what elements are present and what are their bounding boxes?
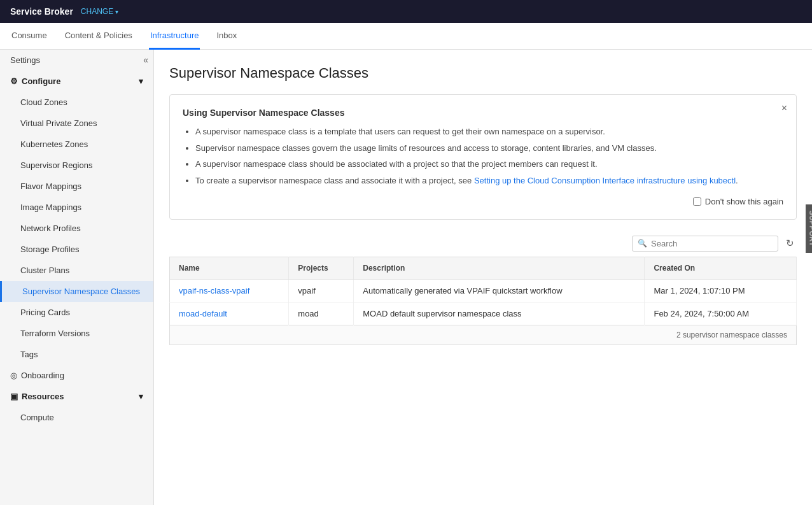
info-box-close-button[interactable]: × (781, 103, 787, 114)
sidebar-item-label: Cloud Zones (20, 97, 67, 107)
tab-inbox[interactable]: Inbox (215, 23, 238, 50)
dont-show-checkbox[interactable] (693, 197, 701, 206)
sidebar-item-onboarding[interactable]: ◎ Onboarding (0, 365, 153, 386)
sidebar-item-label: Resources (22, 392, 64, 401)
page-title: Supervisor Namespace Classes (169, 65, 797, 82)
tab-infrastructure[interactable]: Infrastructure (149, 23, 200, 50)
refresh-button[interactable]: ↻ (783, 235, 797, 252)
sidebar-item-label: Configure (22, 76, 60, 86)
sidebar-item-label: Tags (20, 350, 38, 359)
info-box-link[interactable]: Setting up the Cloud Consumption Interfa… (474, 176, 736, 185)
col-header-created-on: Created On (645, 257, 797, 280)
app-layout: « Settings ⚙ Configure ▾ Cloud Zones Vir… (0, 50, 812, 505)
info-box-bullet-3: A supervisor namespace class should be a… (195, 158, 783, 171)
change-chevron-icon: ▾ (115, 8, 118, 15)
name-link[interactable]: vpaif-ns-class-vpaif (179, 286, 249, 295)
info-box-bullet-1: A supervisor namespace class is a templa… (195, 125, 783, 138)
onboarding-icon: ◎ (10, 371, 17, 380)
cell-created-on: Feb 24, 2024, 7:50:00 AM (645, 302, 797, 325)
table-header: Name Projects Description Created On (170, 257, 797, 280)
sidebar-item-resources[interactable]: ▣ Resources ▾ (0, 386, 153, 407)
sidebar-item-label: Compute (20, 413, 54, 422)
sidebar-item-cluster-plans[interactable]: Cluster Plans (0, 260, 153, 281)
sidebar-item-configure[interactable]: ⚙ Configure ▾ (0, 71, 153, 92)
name-link[interactable]: moad-default (179, 309, 227, 318)
data-table: Name Projects Description Created On vpa… (169, 257, 797, 325)
sidebar-item-label: Supervisor Regions (20, 160, 92, 170)
col-header-projects: Projects (289, 257, 354, 280)
sidebar-item-pricing-cards[interactable]: Pricing Cards (0, 302, 153, 323)
sidebar-item-supervisor-namespace-classes[interactable]: Supervisor Namespace Classes (0, 281, 153, 302)
cell-projects: moad (289, 302, 354, 325)
cell-description: MOAD default supervisor namespace class (354, 302, 645, 325)
cell-created-on: Mar 1, 2024, 1:07:10 PM (645, 280, 797, 302)
info-box-title: Using Supervisor Namespace Classes (183, 108, 783, 118)
sidebar-item-network-profiles[interactable]: Network Profiles (0, 218, 153, 239)
configure-icon: ⚙ (10, 76, 18, 86)
cell-name: vpaif-ns-class-vpaif (170, 280, 289, 302)
info-box-list: A supervisor namespace class is a templa… (183, 125, 783, 187)
sidebar-item-label: Flavor Mappings (20, 181, 81, 191)
sidebar-item-image-mappings[interactable]: Image Mappings (0, 197, 153, 218)
cell-name: moad-default (170, 302, 289, 325)
tab-consume[interactable]: Consume (10, 23, 48, 50)
info-box-bullet-4: To create a supervisor namespace class a… (195, 174, 783, 187)
top-bar: Service Broker CHANGE ▾ (0, 0, 812, 23)
table-body: vpaif-ns-class-vpaif vpaif Automatically… (170, 280, 797, 325)
sidebar-item-label: Pricing Cards (20, 308, 70, 317)
sidebar-item-label: Storage Profiles (20, 245, 80, 254)
sidebar-item-flavor-mappings[interactable]: Flavor Mappings (0, 176, 153, 197)
nav-tabs: Consume Content & Policies Infrastructur… (0, 23, 812, 50)
cell-description: Automatically generated via VPAIF quicks… (354, 280, 645, 302)
sidebar-item-kubernetes-zones[interactable]: Kubernetes Zones (0, 134, 153, 155)
sidebar-item-label: Cluster Plans (20, 266, 69, 275)
cell-projects: vpaif (289, 280, 354, 302)
sidebar-item-terraform-versions[interactable]: Terraform Versions (0, 323, 153, 344)
sidebar-collapse-button[interactable]: « (143, 55, 148, 65)
tab-content-policies[interactable]: Content & Policies (64, 23, 134, 50)
sidebar-item-label: Settings (10, 55, 40, 65)
app-title: Service Broker (10, 6, 73, 17)
info-box-footer: Don't show this again (183, 197, 783, 206)
table-toolbar: 🔍 ↻ (169, 235, 797, 252)
sidebar: « Settings ⚙ Configure ▾ Cloud Zones Vir… (0, 50, 154, 505)
sidebar-item-label: Kubernetes Zones (20, 139, 88, 149)
sidebar-item-label: Onboarding (21, 371, 64, 380)
sidebar-item-cloud-zones[interactable]: Cloud Zones (0, 92, 153, 113)
resources-icon: ▣ (10, 392, 18, 401)
support-tab[interactable]: SUPPORT (806, 204, 812, 252)
sidebar-item-settings[interactable]: Settings (0, 50, 153, 71)
info-box-bullet-2: Supervisor namespace classes govern the … (195, 142, 783, 155)
main-content: Supervisor Namespace Classes Using Super… (154, 50, 812, 505)
change-button[interactable]: CHANGE ▾ (81, 7, 118, 16)
sidebar-item-compute[interactable]: Compute (0, 407, 153, 428)
table-row: vpaif-ns-class-vpaif vpaif Automatically… (170, 280, 797, 302)
sidebar-item-label: Terraform Versions (20, 329, 90, 338)
configure-chevron-icon: ▾ (139, 76, 143, 86)
info-box: Using Supervisor Namespace Classes × A s… (169, 94, 797, 220)
col-header-description: Description (354, 257, 645, 280)
sidebar-item-tags[interactable]: Tags (0, 344, 153, 365)
table-footer: 2 supervisor namespace classes (169, 325, 797, 345)
sidebar-item-label: Network Profiles (20, 224, 81, 233)
table-row: moad-default moad MOAD default superviso… (170, 302, 797, 325)
search-input[interactable] (651, 239, 773, 248)
sidebar-item-supervisor-regions[interactable]: Supervisor Regions (0, 155, 153, 176)
sidebar-item-label: Supervisor Namespace Classes (22, 287, 140, 296)
sidebar-item-label: Image Mappings (20, 203, 81, 212)
col-header-name: Name (170, 257, 289, 280)
search-icon: 🔍 (638, 239, 647, 248)
sidebar-item-label: Virtual Private Zones (20, 118, 97, 128)
resources-chevron-icon: ▾ (139, 392, 143, 401)
search-box: 🔍 (632, 236, 778, 252)
dont-show-checkbox-label[interactable]: Don't show this again (693, 197, 783, 206)
sidebar-item-storage-profiles[interactable]: Storage Profiles (0, 239, 153, 260)
sidebar-item-virtual-private-zones[interactable]: Virtual Private Zones (0, 113, 153, 134)
